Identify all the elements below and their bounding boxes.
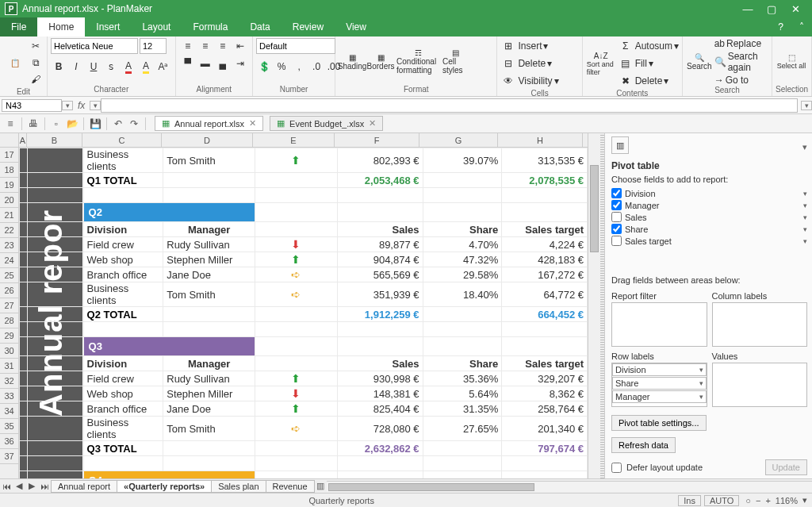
status-circle-icon[interactable]: ○ (745, 496, 751, 505)
sheet-nav-prev[interactable]: ◀ (13, 481, 25, 491)
row-header-29[interactable]: 29 (0, 328, 18, 344)
col-header-E[interactable]: E (253, 133, 335, 147)
area-column-labels-box[interactable] (712, 302, 808, 347)
pivot-refresh-button[interactable]: Refresh data (611, 437, 676, 453)
menu-file[interactable]: File (0, 17, 37, 36)
pivot-field-dropdown[interactable]: ▾ (803, 237, 807, 245)
horizontal-scroll-thumb[interactable] (328, 483, 534, 491)
ribbon-collapse-button[interactable]: ˄ (791, 17, 812, 36)
row-header-20[interactable]: 20 (0, 193, 18, 208)
valign-bot-button[interactable]: ▄ (215, 56, 231, 71)
valign-top-button[interactable]: ▀ (180, 56, 196, 71)
pivot-panel-dropdown[interactable]: ▾ (802, 142, 807, 152)
doc-tab-0-close[interactable]: ✕ (249, 118, 256, 129)
row-header-31[interactable]: 31 (0, 359, 18, 374)
underline-button[interactable]: U (86, 59, 102, 75)
row-header-24[interactable]: 24 (0, 253, 18, 268)
pivot-field-dropdown[interactable]: ▾ (803, 213, 807, 221)
pivot-row-label-item[interactable]: Share▾ (612, 377, 707, 390)
font-name-select[interactable] (51, 38, 138, 54)
highlight-color-button[interactable]: A (138, 59, 154, 75)
sheet-tab-2[interactable]: Sales plan (211, 480, 266, 493)
menu-tab-home[interactable]: Home (37, 17, 85, 36)
shading-button[interactable]: ▦Shading (339, 44, 366, 79)
menu-tab-review[interactable]: Review (282, 17, 335, 36)
fx-icon[interactable]: fx (73, 100, 90, 111)
doc-tab-1[interactable]: ▦ Event Budget_.xlsx ✕ (270, 116, 383, 131)
menu-tab-layout[interactable]: Layout (131, 17, 182, 36)
new-icon[interactable]: ▫ (49, 117, 63, 131)
pivot-settings-button[interactable]: Pivot table settings... (611, 415, 707, 431)
thousand-button[interactable]: , (291, 59, 307, 75)
row-header-37[interactable]: 37 (0, 449, 18, 464)
cells-delete-button[interactable]: ⊟ (500, 56, 516, 71)
cells-visibility-button[interactable]: 👁 (500, 73, 516, 89)
goto-label[interactable]: Go to (726, 75, 749, 86)
close-button[interactable]: ✕ (783, 3, 807, 15)
contents-delete-button[interactable]: ✖ (618, 73, 634, 89)
borders-button[interactable]: ▦Borders (367, 44, 394, 79)
redo-icon[interactable]: ↷ (127, 117, 141, 131)
search-again-label[interactable]: Search again (728, 51, 768, 73)
sheet-tab-3[interactable]: Revenue (266, 480, 315, 493)
open-icon[interactable]: 📂 (65, 117, 79, 131)
row-header-35[interactable]: 35 (0, 419, 18, 434)
menu-tab-insert[interactable]: Insert (85, 17, 131, 36)
col-header-B[interactable]: B (27, 133, 82, 147)
row-header-27[interactable]: 27 (0, 298, 18, 313)
pivot-field-checkbox[interactable] (611, 236, 622, 246)
row-header-23[interactable]: 23 (0, 238, 18, 253)
vertical-scroll-thumb[interactable] (590, 165, 599, 252)
pivot-field-dropdown[interactable]: ▾ (803, 225, 807, 233)
formula-expand[interactable]: ▾ (801, 101, 812, 110)
font-color-button[interactable]: A (121, 59, 136, 75)
align-center-button[interactable]: ≡ (197, 38, 213, 54)
doc-tab-0[interactable]: ▦ Annual report.xlsx ✕ (155, 116, 263, 131)
minimize-button[interactable]: — (736, 3, 760, 15)
pivot-field-row[interactable]: Division▾ (611, 187, 807, 199)
number-format-select[interactable] (256, 38, 335, 54)
pivot-field-row[interactable]: Sales▾ (611, 211, 807, 223)
row-header-26[interactable]: 26 (0, 283, 18, 298)
name-box[interactable] (2, 99, 62, 112)
row-headers[interactable]: 1718192021222324252627282930313233343536… (0, 148, 19, 478)
pivot-field-dropdown[interactable]: ▾ (803, 202, 807, 209)
pivot-field-checkbox[interactable] (611, 188, 622, 198)
paste-button[interactable]: 📋 (3, 45, 26, 80)
area-values-box[interactable] (712, 363, 808, 407)
area-row-labels-box[interactable]: Division▾Share▾Manager▾ (611, 363, 707, 407)
search-button[interactable]: 🔍Search (686, 44, 713, 79)
indent-dec-button[interactable]: ⇤ (232, 38, 248, 54)
currency-button[interactable]: 💲 (256, 59, 272, 75)
pivot-field-row[interactable]: Manager▾ (611, 199, 807, 211)
select-all-cells[interactable] (0, 133, 19, 148)
row-header-25[interactable]: 25 (0, 268, 18, 283)
pivot-field-row[interactable]: Share▾ (611, 223, 807, 235)
super-sub-button[interactable]: Aᵃ (155, 59, 171, 75)
col-header-A[interactable]: A (19, 133, 27, 147)
status-auto[interactable]: AUTO (704, 495, 739, 506)
row-header-33[interactable]: 33 (0, 389, 18, 404)
row-header-36[interactable]: 36 (0, 434, 18, 449)
pivot-field-checkbox[interactable] (611, 200, 622, 210)
row-header-18[interactable]: 18 (0, 163, 18, 178)
menu-tab-view[interactable]: View (335, 17, 377, 36)
italic-button[interactable]: I (68, 59, 84, 75)
sheet-nav-last[interactable]: ⏭ (38, 482, 51, 491)
replace-label[interactable]: Replace (726, 38, 761, 49)
row-header-22[interactable]: 22 (0, 223, 18, 238)
pivot-row-label-item[interactable]: Division▾ (612, 363, 707, 376)
undo-icon[interactable]: ↶ (111, 117, 125, 131)
select-all-button[interactable]: ⬚Select all (776, 44, 807, 79)
doc-tab-1-close[interactable]: ✕ (369, 118, 376, 129)
zoom-out-button[interactable]: − (756, 496, 760, 505)
valign-mid-button[interactable]: ▬ (197, 56, 213, 71)
col-header-D[interactable]: D (162, 133, 253, 147)
status-ins[interactable]: Ins (678, 495, 701, 506)
zoom-in-button[interactable]: + (765, 496, 770, 505)
sort-filter-button[interactable]: A↓ZSort and filter (586, 46, 616, 81)
cut-button[interactable]: ✂ (28, 38, 44, 54)
row-header-32[interactable]: 32 (0, 374, 18, 389)
pivot-field-checkbox[interactable] (611, 224, 622, 234)
col-header-F[interactable]: F (335, 133, 419, 147)
